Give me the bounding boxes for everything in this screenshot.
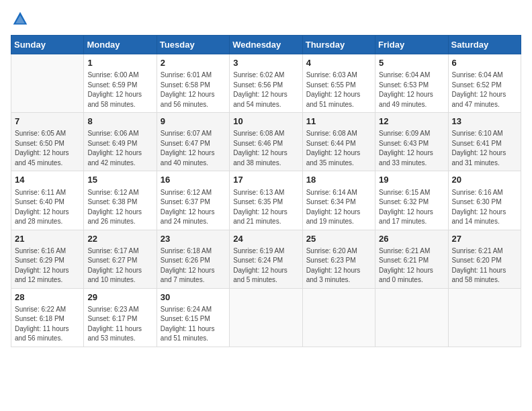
- day-info: Sunrise: 6:08 AMSunset: 6:46 PMDaylight:…: [233, 129, 298, 168]
- day-number: 6: [452, 57, 517, 69]
- day-number: 11: [306, 116, 371, 128]
- day-info: Sunrise: 6:23 AMSunset: 6:17 PMDaylight:…: [87, 305, 152, 344]
- day-info: Sunrise: 6:16 AMSunset: 6:30 PMDaylight:…: [452, 188, 517, 227]
- calendar-cell: [302, 288, 375, 347]
- calendar-cell: [375, 288, 448, 347]
- day-info: Sunrise: 6:01 AMSunset: 6:58 PMDaylight:…: [161, 71, 226, 109]
- calendar-cell: 5Sunrise: 6:04 AMSunset: 6:53 PMDaylight…: [375, 54, 448, 113]
- day-number: 10: [233, 116, 298, 128]
- day-info: Sunrise: 6:05 AMSunset: 6:50 PMDaylight:…: [15, 129, 80, 168]
- logo-icon: [12, 11, 28, 27]
- day-info: Sunrise: 6:21 AMSunset: 6:21 PMDaylight:…: [379, 246, 444, 285]
- day-info: Sunrise: 6:06 AMSunset: 6:49 PMDaylight:…: [87, 129, 152, 168]
- day-info: Sunrise: 6:18 AMSunset: 6:26 PMDaylight:…: [161, 246, 226, 285]
- calendar-cell: [230, 288, 302, 347]
- calendar-week-5: 28Sunrise: 6:22 AMSunset: 6:18 PMDayligh…: [11, 288, 521, 347]
- day-info: Sunrise: 6:10 AMSunset: 6:41 PMDaylight:…: [452, 129, 517, 168]
- day-info: Sunrise: 6:19 AMSunset: 6:24 PMDaylight:…: [233, 246, 298, 285]
- calendar-cell: 6Sunrise: 6:04 AMSunset: 6:52 PMDaylight…: [448, 54, 521, 113]
- weekday-header-saturday: Saturday: [448, 36, 521, 54]
- weekday-header-wednesday: Wednesday: [230, 36, 302, 54]
- day-number: 29: [87, 291, 152, 304]
- calendar-cell: 22Sunrise: 6:17 AMSunset: 6:27 PMDayligh…: [84, 230, 157, 288]
- day-info: Sunrise: 6:12 AMSunset: 6:38 PMDaylight:…: [87, 188, 152, 227]
- day-number: 13: [452, 116, 517, 128]
- calendar-cell: 4Sunrise: 6:03 AMSunset: 6:55 PMDaylight…: [302, 54, 375, 113]
- day-number: 22: [87, 233, 152, 245]
- calendar-cell: 15Sunrise: 6:12 AMSunset: 6:38 PMDayligh…: [84, 171, 157, 230]
- day-info: Sunrise: 6:12 AMSunset: 6:37 PMDaylight:…: [161, 188, 226, 227]
- weekday-header-sunday: Sunday: [11, 36, 84, 54]
- day-info: Sunrise: 6:16 AMSunset: 6:29 PMDaylight:…: [15, 246, 80, 285]
- day-info: Sunrise: 6:07 AMSunset: 6:47 PMDaylight:…: [161, 129, 226, 168]
- day-number: 2: [161, 57, 226, 69]
- calendar-cell: [448, 288, 521, 347]
- day-number: 21: [15, 233, 80, 245]
- day-info: Sunrise: 6:11 AMSunset: 6:40 PMDaylight:…: [15, 188, 80, 227]
- day-number: 18: [306, 174, 371, 186]
- day-number: 30: [161, 291, 226, 304]
- day-number: 8: [87, 116, 152, 128]
- day-number: 4: [306, 57, 371, 69]
- calendar-cell: 11Sunrise: 6:08 AMSunset: 6:44 PMDayligh…: [302, 113, 375, 171]
- calendar-cell: 1Sunrise: 6:00 AMSunset: 6:59 PMDaylight…: [84, 54, 157, 113]
- logo-text: [11, 11, 30, 27]
- weekday-header-tuesday: Tuesday: [157, 36, 229, 54]
- calendar-cell: 20Sunrise: 6:16 AMSunset: 6:30 PMDayligh…: [448, 171, 521, 230]
- day-number: 9: [161, 116, 226, 128]
- day-number: 1: [87, 57, 152, 69]
- day-number: 12: [379, 116, 444, 128]
- calendar-table: SundayMondayTuesdayWednesdayThursdayFrid…: [11, 35, 521, 347]
- day-info: Sunrise: 6:20 AMSunset: 6:23 PMDaylight:…: [306, 246, 371, 285]
- day-number: 25: [306, 233, 371, 245]
- day-number: 26: [379, 233, 444, 245]
- calendar-week-4: 21Sunrise: 6:16 AMSunset: 6:29 PMDayligh…: [11, 230, 521, 288]
- calendar-cell: [11, 54, 84, 113]
- day-info: Sunrise: 6:24 AMSunset: 6:15 PMDaylight:…: [161, 305, 226, 344]
- calendar-cell: 24Sunrise: 6:19 AMSunset: 6:24 PMDayligh…: [230, 230, 302, 288]
- calendar-cell: 21Sunrise: 6:16 AMSunset: 6:29 PMDayligh…: [11, 230, 84, 288]
- calendar-cell: 16Sunrise: 6:12 AMSunset: 6:37 PMDayligh…: [157, 171, 229, 230]
- day-info: Sunrise: 6:04 AMSunset: 6:52 PMDaylight:…: [452, 71, 517, 109]
- day-number: 16: [161, 174, 226, 186]
- calendar-cell: 7Sunrise: 6:05 AMSunset: 6:50 PMDaylight…: [11, 113, 84, 171]
- day-info: Sunrise: 6:08 AMSunset: 6:44 PMDaylight:…: [306, 129, 371, 168]
- day-info: Sunrise: 6:00 AMSunset: 6:59 PMDaylight:…: [87, 71, 152, 109]
- calendar-cell: 9Sunrise: 6:07 AMSunset: 6:47 PMDaylight…: [157, 113, 229, 171]
- day-number: 15: [87, 174, 152, 186]
- calendar-cell: 14Sunrise: 6:11 AMSunset: 6:40 PMDayligh…: [11, 171, 84, 230]
- day-number: 23: [161, 233, 226, 245]
- weekday-header-thursday: Thursday: [302, 36, 375, 54]
- calendar-cell: 19Sunrise: 6:15 AMSunset: 6:32 PMDayligh…: [375, 171, 448, 230]
- page-header: [11, 11, 521, 27]
- day-number: 7: [15, 116, 80, 128]
- day-info: Sunrise: 6:13 AMSunset: 6:35 PMDaylight:…: [233, 188, 298, 227]
- calendar-cell: 23Sunrise: 6:18 AMSunset: 6:26 PMDayligh…: [157, 230, 229, 288]
- day-info: Sunrise: 6:09 AMSunset: 6:43 PMDaylight:…: [379, 129, 444, 168]
- day-info: Sunrise: 6:15 AMSunset: 6:32 PMDaylight:…: [379, 188, 444, 227]
- day-number: 20: [452, 174, 517, 186]
- weekday-header-monday: Monday: [84, 36, 157, 54]
- calendar-cell: 17Sunrise: 6:13 AMSunset: 6:35 PMDayligh…: [230, 171, 302, 230]
- calendar-cell: 13Sunrise: 6:10 AMSunset: 6:41 PMDayligh…: [448, 113, 521, 171]
- calendar-cell: 2Sunrise: 6:01 AMSunset: 6:58 PMDaylight…: [157, 54, 229, 113]
- day-info: Sunrise: 6:21 AMSunset: 6:20 PMDaylight:…: [452, 246, 517, 285]
- day-number: 17: [233, 174, 298, 186]
- day-info: Sunrise: 6:03 AMSunset: 6:55 PMDaylight:…: [306, 71, 371, 109]
- day-number: 19: [379, 174, 444, 186]
- calendar-week-1: 1Sunrise: 6:00 AMSunset: 6:59 PMDaylight…: [11, 54, 521, 113]
- calendar-cell: 12Sunrise: 6:09 AMSunset: 6:43 PMDayligh…: [375, 113, 448, 171]
- day-number: 14: [15, 174, 80, 186]
- calendar-week-3: 14Sunrise: 6:11 AMSunset: 6:40 PMDayligh…: [11, 171, 521, 230]
- calendar-cell: 30Sunrise: 6:24 AMSunset: 6:15 PMDayligh…: [157, 288, 229, 347]
- day-info: Sunrise: 6:04 AMSunset: 6:53 PMDaylight:…: [379, 71, 444, 109]
- calendar-cell: 8Sunrise: 6:06 AMSunset: 6:49 PMDaylight…: [84, 113, 157, 171]
- day-number: 27: [452, 233, 517, 245]
- calendar-cell: 28Sunrise: 6:22 AMSunset: 6:18 PMDayligh…: [11, 288, 84, 347]
- calendar-week-2: 7Sunrise: 6:05 AMSunset: 6:50 PMDaylight…: [11, 113, 521, 171]
- day-info: Sunrise: 6:02 AMSunset: 6:56 PMDaylight:…: [233, 71, 298, 109]
- calendar-cell: 10Sunrise: 6:08 AMSunset: 6:46 PMDayligh…: [230, 113, 302, 171]
- day-info: Sunrise: 6:22 AMSunset: 6:18 PMDaylight:…: [15, 305, 80, 344]
- calendar-cell: 3Sunrise: 6:02 AMSunset: 6:56 PMDaylight…: [230, 54, 302, 113]
- logo: [11, 11, 30, 27]
